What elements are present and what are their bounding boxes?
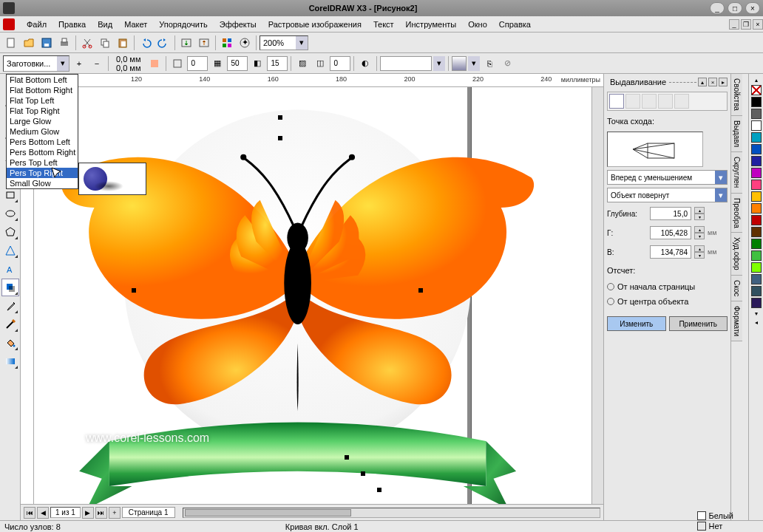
close-button[interactable]: ×	[745, 2, 760, 14]
docker-tab-light[interactable]	[642, 94, 657, 109]
docker-tab-bevel[interactable]	[674, 94, 689, 109]
spin-down[interactable]: ▾	[694, 214, 705, 220]
preset-item[interactable]: Flat Bottom Right	[7, 85, 78, 95]
prop-icon-6[interactable]: ◫	[312, 55, 328, 72]
g-input[interactable]	[650, 226, 691, 239]
sel-handle[interactable]	[377, 488, 382, 492]
maximize-button[interactable]: □	[728, 2, 742, 14]
docker-tab-format[interactable]: Формати	[731, 301, 742, 341]
prop-icon-5[interactable]: ▨	[294, 55, 311, 72]
color-swatch[interactable]	[751, 156, 762, 166]
color-swatch[interactable]	[751, 250, 762, 261]
color-swatch[interactable]	[751, 286, 762, 296]
extrude-type-combo[interactable]: Вперед с уменьшением ▾	[607, 170, 728, 185]
b-input[interactable]	[650, 245, 691, 259]
minimize-button[interactable]: _	[710, 2, 725, 14]
preset-item[interactable]: Pers Top Left	[7, 157, 78, 168]
color-swatch[interactable]	[751, 120, 762, 131]
color-swatch[interactable]	[751, 227, 762, 237]
text-tool[interactable]: A	[1, 260, 19, 278]
prop-field-c[interactable]: 15	[267, 56, 288, 71]
menu-arrange[interactable]: Упорядочить	[153, 18, 213, 31]
cut-button[interactable]	[79, 35, 95, 51]
preset-item[interactable]: Pers Bottom Right	[7, 147, 78, 157]
canvas[interactable]: www.corel-lessons.com	[34, 87, 591, 504]
page-first-button[interactable]: ⏮	[24, 507, 35, 519]
copy-button[interactable]	[97, 35, 113, 51]
color-swatch[interactable]	[751, 239, 762, 249]
export-button[interactable]	[196, 35, 212, 51]
preset-item[interactable]: Large Glow	[7, 116, 78, 126]
docker-rollup-button[interactable]: ▴	[698, 78, 707, 86]
zoom-combo[interactable]: ▾	[260, 35, 308, 50]
sel-handle[interactable]	[418, 288, 423, 293]
vanish-preview[interactable]	[607, 132, 703, 167]
menu-layout[interactable]: Макет	[118, 18, 153, 31]
docker-tab-fillet[interactable]: Скруглен	[731, 152, 742, 193]
preset-item[interactable]: Flat Bottom Left	[7, 75, 78, 85]
preset-item[interactable]: Small Glow	[7, 178, 78, 188]
depth-input[interactable]	[650, 207, 691, 220]
vanish-lock-combo[interactable]: Объект повернут ▾	[607, 188, 728, 202]
print-button[interactable]	[56, 35, 72, 51]
sel-handle[interactable]	[345, 455, 349, 460]
horizontal-scrollbar[interactable]	[183, 508, 600, 518]
interactive-fill-tool[interactable]	[1, 352, 19, 370]
app-icon[interactable]	[3, 18, 15, 30]
preset-add-button[interactable]: +	[71, 55, 87, 72]
presets-dropdown-arrow[interactable]: ▾	[57, 56, 69, 71]
app-launcher-button[interactable]	[219, 35, 235, 51]
system-menu-icon[interactable]	[3, 2, 15, 14]
docker-tab-bevel[interactable]: Скос	[731, 276, 742, 301]
fill-swatch-icon[interactable]	[697, 511, 706, 520]
docker-menu-button[interactable]: ▸	[719, 78, 728, 86]
docker-tab-transform[interactable]: Преобра	[731, 194, 742, 233]
ruler-horizontal[interactable]: 100 120 140 160 180 200 220 240 миллимет…	[21, 74, 603, 87]
prop-field-a[interactable]: 0	[187, 56, 208, 71]
eyedropper-tool[interactable]	[1, 297, 19, 315]
vertical-scrollbar[interactable]	[591, 87, 603, 504]
dropdown-arrow[interactable]: ▾	[715, 171, 727, 184]
welcome-button[interactable]: ✦	[237, 35, 253, 51]
page-tab[interactable]: Страница 1	[122, 507, 175, 518]
preset-item[interactable]: Pers Bottom Left	[7, 137, 78, 147]
menu-view[interactable]: Вид	[92, 18, 118, 31]
zoom-dropdown-arrow[interactable]: ▾	[296, 36, 308, 50]
palette-scroll-down[interactable]: ▾	[751, 309, 762, 318]
preset-item[interactable]: Flat Top Right	[7, 106, 78, 116]
menu-tools[interactable]: Инструменты	[400, 18, 463, 31]
prop-field-b[interactable]: 50	[227, 56, 248, 71]
interactive-dropshadow-tool[interactable]	[1, 279, 19, 296]
prop-field-d[interactable]: 0	[330, 56, 350, 71]
doc-restore-button[interactable]: ❐	[741, 19, 751, 30]
radio-object-center[interactable]: От центра объекта	[607, 297, 728, 306]
new-button[interactable]	[3, 35, 19, 51]
menu-effects[interactable]: Эффекты	[214, 18, 262, 31]
docker-tab-color[interactable]	[658, 94, 673, 109]
outline-tool[interactable]	[1, 316, 19, 333]
basic-shapes-tool[interactable]	[1, 242, 19, 259]
copy-shadow-button[interactable]: ⎘	[481, 55, 498, 72]
prop-icon-3[interactable]: ▦	[209, 55, 225, 72]
no-color-swatch[interactable]	[751, 85, 762, 95]
preset-item[interactable]: Medium Glow	[7, 126, 78, 137]
sel-handle[interactable]	[278, 115, 282, 120]
menu-help[interactable]: Справка	[493, 18, 537, 31]
color-swatch[interactable]	[751, 215, 762, 225]
color-swatch[interactable]	[751, 144, 762, 154]
menu-bitmaps[interactable]: Растровые изображения	[262, 18, 367, 31]
docker-tab-properties[interactable]: Свойства	[731, 74, 742, 116]
page-prev-button[interactable]: ◀	[37, 507, 49, 519]
feather-arrow[interactable]: ▾	[468, 56, 480, 71]
shadow-color-swatch[interactable]	[380, 56, 432, 71]
palette-scroll-up[interactable]: ▴	[751, 75, 762, 84]
sel-handle[interactable]	[132, 288, 136, 293]
menu-edit[interactable]: Правка	[52, 18, 92, 31]
outline-swatch-icon[interactable]	[697, 522, 706, 531]
color-swatch[interactable]	[751, 298, 762, 308]
preset-item[interactable]: Flat Top Left	[7, 95, 78, 106]
color-swatch[interactable]	[751, 132, 762, 143]
docker-tab-camera[interactable]	[609, 94, 624, 109]
palette-flyout[interactable]: ◂	[751, 318, 762, 327]
polygon-tool[interactable]	[1, 223, 19, 241]
